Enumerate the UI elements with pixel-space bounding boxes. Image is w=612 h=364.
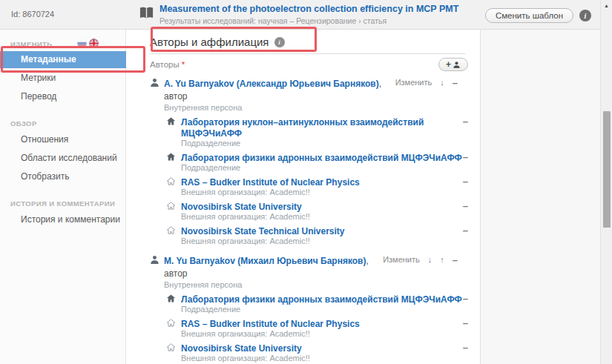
metadata-panel: Авторы и аффилиация i Авторы* + A. Yu Ba… [126,30,481,364]
sidebar-item-relations[interactable]: Отношения [0,130,125,149]
affiliation-row: Novosibirsk State University – Внешняя о… [166,201,470,222]
org-type-label: Внешняя организация: Academic!! [181,188,470,197]
org-type-label: Подразделение [181,139,470,148]
move-up-icon[interactable]: ↑ [440,254,444,265]
internal-person-icon [150,77,164,87]
org-type-label: Внешняя организация: Academic!! [181,236,470,246]
author-name-link[interactable]: M. Yu Barnyakov (Михаил Юрьевич Барняков… [164,256,366,266]
russian-flag-icon[interactable] [77,39,87,48]
org-name-link[interactable]: Novosibirsk State University [181,343,302,354]
affiliation-row: RAS – Budker Institute of Nuclear Physic… [166,318,470,339]
move-down-icon[interactable]: ↓ [428,254,432,265]
internal-org-icon [166,116,181,126]
sidebar-item-display[interactable]: Отобразить [0,168,125,186]
org-name-link[interactable]: RAS – Budker Institute of Nuclear Physic… [181,319,360,329]
sidebar-item-research-areas[interactable]: Области исследований [0,149,125,168]
edit-author-link[interactable]: Изменить [383,254,420,265]
person-icon [453,61,461,69]
affiliation-row: Лаборатория физики адронных взаимодейств… [166,294,470,314]
remove-author-button[interactable]: – [453,255,458,265]
org-type-label: Внешняя организация: Academic!! [181,212,470,222]
author-name-link[interactable]: A. Yu Barnyakov (Александр Юрьевич Барня… [164,79,379,89]
empty-right-panel [481,30,600,364]
publication-book-icon [139,5,154,21]
affiliation-row: Лаборатория нуклон–антинуклонных взаимод… [166,116,470,148]
record-id: Id: 8670724 [11,10,54,19]
org-type-label: Внешняя организация: Academic!! [181,329,470,339]
edit-author-link[interactable]: Изменить [395,77,432,88]
remove-affiliation-button[interactable]: – [463,176,470,186]
remove-affiliation-button[interactable]: – [463,343,470,352]
org-type-label: Внешняя организация: Academic!! [181,354,470,363]
authors-section-title: Авторы и аффилиация [150,36,269,48]
external-org-icon [166,176,181,186]
remove-affiliation-button[interactable]: – [463,225,470,235]
required-marker: * [182,60,185,69]
move-down-icon[interactable]: ↓ [440,77,444,88]
external-org-icon [166,201,181,211]
org-name-link[interactable]: Novosibirsk State Technical University [181,226,345,236]
org-type-label: Подразделение [181,305,470,314]
org-name-link[interactable]: Лаборатория нуклон–антинуклонных взаимод… [181,117,424,139]
remove-affiliation-button[interactable]: – [463,201,470,211]
sidebar-item-metadata[interactable]: Метаданные [0,51,131,68]
remove-affiliation-button[interactable]: – [463,294,470,303]
sidebar-item-metrics[interactable]: Метрики [0,69,125,87]
sidebar-item-translation[interactable]: Перевод [0,87,125,106]
vertical-scrollbar[interactable]: ▲ [600,0,612,364]
uk-flag-icon[interactable] [89,39,99,48]
author-entry: M. Yu Barnyakov (Михаил Юрьевич Барняков… [150,254,470,363]
internal-org-icon [166,294,181,303]
org-name-link[interactable]: RAS – Budker Institute of Nuclear Physic… [181,177,360,188]
external-org-icon [166,225,181,235]
scrollbar-thumb[interactable] [603,111,611,228]
section-info-icon[interactable]: i [274,37,285,47]
affiliation-row: Novosibirsk State Technical University –… [166,225,470,246]
person-type-label: Внутренняя персона [164,103,470,113]
external-org-icon [166,343,181,352]
org-type-label: Подразделение [181,163,470,173]
header-info-icon[interactable]: i [579,10,591,21]
remove-author-button[interactable]: – [453,78,458,87]
affiliation-row: RAS – Budker Institute of Nuclear Physic… [166,176,470,197]
external-org-icon [166,318,181,328]
org-name-link[interactable]: Лаборатория физики адронных взаимодейств… [181,153,462,163]
author-entry: A. Yu Barnyakov (Александр Юрьевич Барня… [150,77,470,246]
person-type-label: Внутренняя персона [164,280,470,290]
authors-field-label: Авторы* [150,60,185,69]
remove-affiliation-button[interactable]: – [463,152,470,162]
internal-org-icon [166,152,181,162]
remove-affiliation-button[interactable]: – [463,116,470,126]
scroll-up-arrow-icon[interactable]: ▲ [601,3,612,8]
org-name-link[interactable]: Novosibirsk State University [181,202,302,212]
remove-affiliation-button[interactable]: – [463,318,470,328]
org-name-link[interactable]: Лаборатория физики адронных взаимодейств… [181,294,462,305]
sidebar-section-edit: ИЗМЕНИТЬ [10,40,125,48]
sidebar-item-history[interactable]: История и комментарии [0,211,125,229]
sidebar-nav: ИЗМЕНИТЬ Метаданные Метрики Перевод ОБЗО… [0,30,126,364]
publication-title: Measurement of the photoelectron collect… [159,4,458,14]
affiliation-row: Novosibirsk State University – Внешняя о… [166,343,470,363]
affiliation-row: Лаборатория физики адронных взаимодейств… [166,152,470,173]
sidebar-section-history: ИСТОРИЯ И КОММЕНТАРИИ [10,199,125,208]
add-person-button[interactable]: + [438,58,468,71]
window-header: Id: 8670724 Measurement of the photoelec… [0,0,600,30]
publication-type-breadcrumb: Результаты исследований: научная – Рецен… [159,16,458,25]
internal-person-icon [150,254,164,265]
sidebar-section-overview: ОБЗОР [10,119,125,128]
change-template-button[interactable]: Сменить шаблон [485,8,573,23]
